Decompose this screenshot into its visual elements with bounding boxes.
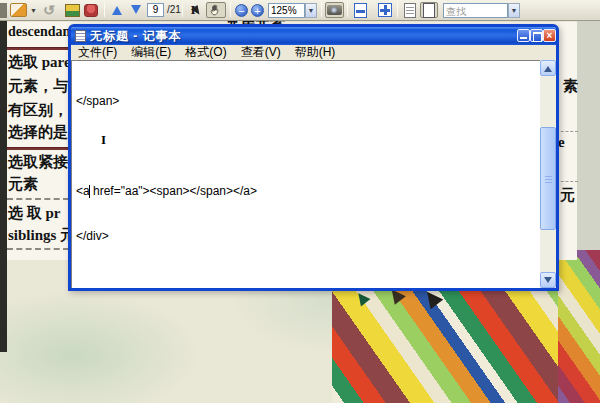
fit-page-button[interactable]: [376, 2, 393, 18]
toolbar-separator: [104, 2, 105, 17]
pdf-page-margin: [577, 20, 600, 250]
scroll-down-button[interactable]: [540, 272, 556, 288]
text-caret: [89, 185, 90, 198]
scroll-down-icon: [544, 277, 552, 287]
menu-edit[interactable]: 编辑(E): [124, 45, 178, 60]
table-dashed-line: [556, 131, 578, 132]
code-line: [76, 274, 540, 288]
zoom-out-button[interactable]: −: [234, 2, 249, 18]
snapshot-button[interactable]: [325, 2, 344, 18]
scroll-up-icon: [544, 62, 552, 72]
clipped-icon: [0, 3, 7, 18]
refresh-icon: ↺: [43, 2, 55, 18]
zoom-in-button[interactable]: +: [250, 2, 265, 18]
table-dashed-line: [556, 181, 578, 182]
select-text-tool[interactable]: I: [187, 2, 205, 18]
menu-file[interactable]: 文件(F): [71, 45, 124, 60]
pdf-toolbar: ▼ ↺ 9 /21 I − + 125% ▼ 查找: [0, 0, 600, 21]
zoom-level-combobox[interactable]: 125%: [268, 3, 305, 18]
menu-view[interactable]: 查看(V): [234, 45, 288, 60]
doc-text-line: 元素: [8, 175, 38, 194]
scroll-up-button[interactable]: [540, 60, 556, 76]
page-total-label: /21: [167, 4, 181, 15]
notepad-app-icon: [75, 30, 86, 42]
send-dropdown-arrow[interactable]: ▼: [29, 2, 38, 18]
send-button[interactable]: [10, 2, 27, 18]
notepad-scrollbar[interactable]: [540, 60, 556, 288]
stamp-button[interactable]: [84, 2, 98, 18]
page-number-input[interactable]: 9: [147, 3, 164, 17]
code-line: [76, 139, 540, 154]
maximize-button[interactable]: [530, 29, 543, 42]
doc-text-fragment: 元: [560, 186, 575, 205]
doc-text-line: 选取紧接: [8, 153, 68, 172]
notepad-text-area[interactable]: </span> <a href="aa"><span></span></a> <…: [71, 60, 540, 288]
toolbar-separator: [182, 2, 183, 17]
next-page-button[interactable]: [128, 2, 144, 18]
hand-tool[interactable]: [206, 2, 226, 18]
viewer-left-edge: [0, 20, 7, 352]
fit-width-button[interactable]: [352, 2, 369, 18]
close-button[interactable]: ×: [543, 29, 556, 42]
code-line: </div>: [76, 229, 540, 244]
toolbar-separator: [321, 2, 322, 17]
menu-help[interactable]: 帮助(H): [288, 45, 343, 60]
notepad-titlebar[interactable]: 无标题 - 记事本: [71, 27, 556, 45]
single-page-layout-icon: [423, 3, 435, 18]
minimize-button[interactable]: [517, 29, 530, 42]
toolbar-separator: [397, 2, 398, 17]
notepad-menubar: 文件(F) 编辑(E) 格式(O) 查看(V) 帮助(H): [71, 45, 556, 60]
hand-tool-icon: [209, 3, 223, 17]
highlighter-button[interactable]: [65, 2, 80, 18]
table-border-line: [7, 147, 69, 150]
camera-lens: [331, 7, 337, 13]
find-dropdown-arrow[interactable]: ▼: [508, 3, 520, 18]
code-line: <a href="aa"><span></span></a>: [76, 184, 540, 199]
colored-pencils-photo-edge: [558, 238, 600, 403]
zoom-dropdown-arrow[interactable]: ▼: [305, 3, 317, 18]
send-icon: [10, 3, 27, 17]
notepad-window: 无标题 - 记事本 × 文件(F) 编辑(E) 格式(O) 查看(V) 帮助(H…: [68, 24, 559, 291]
doc-text-fragment: 素: [563, 77, 578, 96]
previous-page-button[interactable]: [109, 2, 125, 18]
toolbar-separator: [230, 2, 231, 17]
clipped-toolbar-icon[interactable]: [0, 2, 7, 18]
table-dashed-line: [7, 248, 69, 250]
menu-format[interactable]: 格式(O): [178, 45, 233, 60]
fit-page-icon: [378, 3, 392, 17]
highlighter-icon: [65, 4, 80, 17]
doc-text-line: 有区别，: [8, 101, 68, 120]
continuous-layout-button[interactable]: [402, 2, 418, 18]
doc-text-descendant: descendant: [8, 24, 75, 40]
code-line: </span>: [76, 94, 540, 109]
fit-width-icon: [354, 3, 367, 18]
window-title: 无标题 - 记事本: [90, 28, 182, 45]
next-page-icon: [131, 5, 141, 19]
toolbar-separator: [347, 2, 348, 17]
stamp-icon: [84, 4, 98, 17]
table-dashed-line: [7, 198, 69, 200]
doc-text-fragment: e: [558, 134, 565, 151]
doc-text-line: 元素，与: [8, 77, 68, 96]
zoom-out-icon: −: [235, 4, 248, 17]
snapshot-camera-icon: [327, 5, 342, 15]
doc-text-line: siblings 元: [8, 226, 75, 245]
zoom-in-icon: +: [251, 4, 264, 17]
continuous-layout-icon: [404, 3, 416, 18]
refresh-button[interactable]: ↺: [43, 2, 55, 18]
screen: 兄弟元素 descendant 选取 pare 元素，与 有区别， 选择的是 选…: [0, 0, 600, 403]
doc-text-line: 选 取 pr: [8, 204, 61, 223]
ibeam-mouse-cursor: I: [101, 133, 109, 147]
scrollbar-thumb[interactable]: [540, 127, 556, 230]
previous-page-icon: [112, 1, 122, 15]
doc-text-line: 选取 pare: [8, 53, 71, 72]
single-page-layout-button[interactable]: [420, 2, 438, 18]
find-input[interactable]: 查找: [443, 3, 508, 18]
table-border-line: [7, 47, 69, 50]
doc-text-line: 选择的是: [8, 123, 68, 142]
